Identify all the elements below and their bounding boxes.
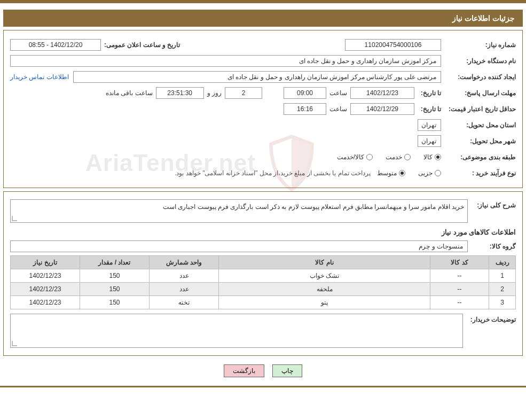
top-border <box>0 0 526 3</box>
time-label-1: ساعت <box>326 89 350 97</box>
group-label: گروه کالا: <box>468 243 516 250</box>
cell-n: 3 <box>489 296 516 309</box>
back-button[interactable]: بازگشت <box>224 364 264 377</box>
radio-dot-icon <box>404 154 411 160</box>
category-label: طبقه بندی موضوعی: <box>441 153 516 161</box>
purchase-note: پرداخت تمام یا بخشی از مبلغ خرید،از محل … <box>175 169 377 177</box>
th-code: کد کالا <box>430 256 489 269</box>
button-row: چاپ بازگشت <box>0 359 526 386</box>
buyer-contact-link[interactable]: اطلاعات تماس خریدار <box>10 73 73 81</box>
requester-label: ایجاد کننده درخواست: <box>441 73 516 81</box>
announce-value: 1402/12/20 - 08:55 <box>10 39 101 51</box>
cell-code: -- <box>430 283 489 296</box>
buyer-org-label: نام دستگاه خریدار: <box>441 57 516 65</box>
th-name: نام کالا <box>219 256 430 269</box>
remaining-label: ساعت باقی مانده <box>103 89 156 97</box>
radio-goods[interactable]: کالا <box>423 153 441 161</box>
cell-code: -- <box>430 296 489 309</box>
until-label-1: تا تاریخ: <box>414 89 441 97</box>
table-row: 1 -- تشک خواب عدد 150 1402/12/23 <box>11 269 516 283</box>
cell-name: ملحفه <box>219 283 430 296</box>
cell-qty: 150 <box>80 269 150 283</box>
resize-icon <box>12 341 17 346</box>
print-button[interactable]: چاپ <box>272 364 302 377</box>
need-no-value: 1102004754000106 <box>345 39 441 51</box>
radio-minor[interactable]: جزیی <box>418 169 441 177</box>
group-value: منسوجات و چرم <box>10 240 468 252</box>
cell-n: 2 <box>489 283 516 296</box>
purchase-type-label: نوع فرآیند خرید : <box>441 169 516 177</box>
radio-minor-label: جزیی <box>418 169 433 177</box>
table-row: 3 -- پتو تخته 150 1402/12/23 <box>11 296 516 309</box>
province-value: تهران <box>418 119 441 131</box>
city-value: تهران <box>418 135 441 147</box>
th-unit: واحد شمارش <box>150 256 219 269</box>
time-label-2: ساعت <box>326 105 350 113</box>
valid-time-value: 16:16 <box>284 103 326 115</box>
requester-value: مرتضی علی پور کارشناس مرکز اموزش سازمان … <box>73 71 441 83</box>
until-label-2: تا تاریخ: <box>414 105 441 113</box>
cell-date: 1402/12/23 <box>11 296 80 309</box>
cell-unit: عدد <box>150 269 219 283</box>
radio-service[interactable]: خدمت <box>386 153 411 161</box>
reply-deadline-label: مهلت ارسال پاسخ: <box>441 89 516 97</box>
cell-unit: تخته <box>150 296 219 309</box>
need-no-label: شماره نیاز: <box>441 41 516 49</box>
desc-label: شرح کلی نیاز: <box>468 199 516 209</box>
desc-textarea[interactable]: خرید اقلام مامور سرا و میهمانسرا مطابق ف… <box>10 199 468 223</box>
desc-text: خرید اقلام مامور سرا و میهمانسرا مطابق ف… <box>163 203 464 211</box>
buyer-notes-textarea[interactable] <box>10 314 463 348</box>
th-date: تاریخ نیاز <box>11 256 80 269</box>
cell-unit: عدد <box>150 283 219 296</box>
radio-dot-icon <box>366 154 373 160</box>
bottom-border <box>0 386 526 387</box>
need-panel: شرح کلی نیاز: خرید اقلام مامور سرا و میه… <box>3 191 523 356</box>
buyer-org-value: مرکز اموزش سازمان راهداری و حمل و نقل جا… <box>10 55 441 67</box>
radio-medium-label: متوسط <box>377 169 397 177</box>
radio-goods-service-label: کالا/خدمت <box>337 153 364 161</box>
city-label: شهر محل تحویل: <box>441 137 516 145</box>
reply-time-value: 09:00 <box>284 87 326 99</box>
cell-n: 1 <box>489 269 516 283</box>
radio-goods-label: کالا <box>423 153 433 161</box>
cell-date: 1402/12/23 <box>11 269 80 283</box>
radio-dot-icon <box>435 170 441 176</box>
info-panel: شماره نیاز: 1102004754000106 تاریخ و ساع… <box>3 30 523 188</box>
radio-service-label: خدمت <box>386 153 402 161</box>
days-value: 2 <box>225 87 262 99</box>
radio-goods-service[interactable]: کالا/خدمت <box>337 153 373 161</box>
cell-name: پتو <box>219 296 430 309</box>
countdown-value: 23:51:30 <box>156 87 204 99</box>
province-label: استان محل تحویل: <box>441 121 516 129</box>
cell-date: 1402/12/23 <box>11 283 80 296</box>
cell-code: -- <box>430 269 489 283</box>
min-valid-label: حداقل تاریخ اعتبار قیمت: <box>441 105 516 113</box>
reply-date-value: 1402/12/23 <box>350 87 414 99</box>
cell-name: تشک خواب <box>219 269 430 283</box>
items-title: اطلاعات کالاهای مورد نیاز <box>10 228 516 236</box>
cell-qty: 150 <box>80 296 150 309</box>
table-row: 2 -- ملحفه عدد 150 1402/12/23 <box>11 283 516 296</box>
resize-icon <box>12 216 17 221</box>
radio-medium[interactable]: متوسط <box>377 169 405 177</box>
page-title: جزئیات اطلاعات نیاز <box>3 10 523 27</box>
th-row: ردیف <box>489 256 516 269</box>
buyer-notes-label: توضیحات خریدار: <box>463 314 516 323</box>
th-qty: تعداد / مقدار <box>80 256 150 269</box>
radio-dot-icon <box>399 170 405 176</box>
valid-date-value: 1402/12/29 <box>350 103 414 115</box>
radio-dot-icon <box>435 154 441 160</box>
cell-qty: 150 <box>80 283 150 296</box>
announce-label: تاریخ و ساعت اعلان عمومی: <box>101 41 180 49</box>
days-and-label: روز و <box>204 89 225 97</box>
items-table: ردیف کد کالا نام کالا واحد شمارش تعداد /… <box>10 255 516 309</box>
